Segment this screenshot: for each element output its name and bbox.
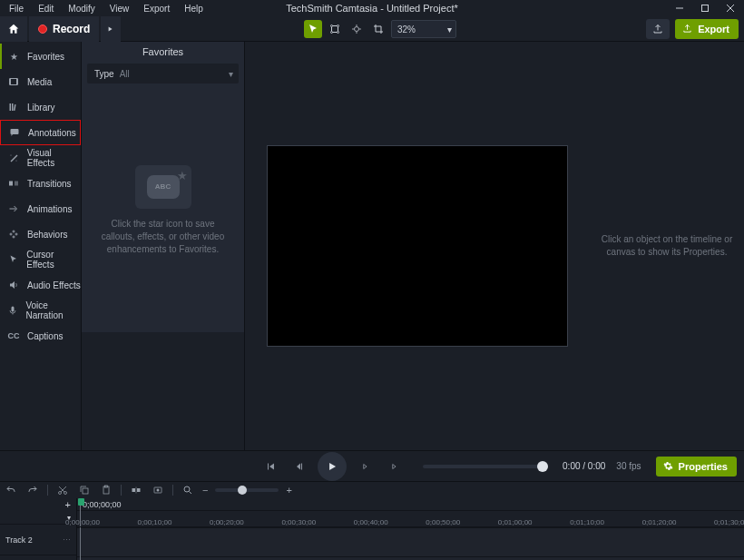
menu-modify[interactable]: Modify [61, 2, 102, 15]
timeline-content[interactable]: 0;00;00;00 0;00;00;000;00;10;000;00;20;0… [77, 498, 744, 560]
cursor-icon [7, 253, 19, 266]
sidebar-item-visual-effects[interactable]: Visual Effects [0, 145, 81, 171]
crop-tool[interactable] [369, 20, 387, 38]
timeline-zoom-slider[interactable] [215, 488, 279, 492]
svg-rect-17 [9, 182, 13, 186]
window-minimize[interactable] [668, 0, 691, 16]
paste-button[interactable] [99, 483, 113, 497]
properties-button[interactable]: Properties [656, 457, 737, 476]
svg-rect-8 [10, 79, 18, 85]
prev-frame-button[interactable] [259, 456, 281, 477]
seek-handle[interactable] [537, 461, 548, 472]
track-header-2[interactable]: Track 2 ⋯ [0, 524, 76, 555]
audio-icon [7, 279, 20, 291]
record-label: Record [53, 23, 90, 35]
svg-point-15 [10, 155, 11, 156]
canvas[interactable] [267, 145, 568, 347]
playhead-time: 0;00;00;00 [83, 500, 122, 509]
panel-empty-state: ABC ★ Click the star icon to save callou… [82, 89, 244, 332]
home-button[interactable] [0, 16, 27, 42]
sidebar-item-transitions[interactable]: Transitions [0, 171, 81, 196]
star-icon: ★ [177, 168, 188, 184]
wand-icon [7, 152, 20, 164]
ruler-label: 0;00;30;00 [281, 518, 316, 526]
toolbar: Record 32% ▾ Export [0, 16, 744, 42]
pan-tool[interactable] [348, 20, 366, 38]
sidebar-item-label: Behaviors [27, 230, 67, 240]
track-options-icon[interactable]: ⋯ [63, 535, 71, 545]
sidebar-item-favorites[interactable]: ★ Favorites [0, 44, 81, 69]
svg-point-21 [15, 233, 17, 235]
sidebar-item-cursor-effects[interactable]: Cursor Effects [0, 247, 81, 272]
menu-help[interactable]: Help [177, 2, 210, 15]
add-track-button[interactable]: + [0, 498, 76, 511]
copy-button[interactable] [77, 483, 92, 497]
sidebar-item-annotations[interactable]: Annotations [0, 120, 81, 145]
svg-point-19 [10, 233, 12, 235]
cut-button[interactable] [55, 483, 70, 497]
select-tool[interactable] [304, 20, 322, 38]
split-button[interactable] [129, 483, 143, 497]
sidebar-item-animations[interactable]: Animations [0, 196, 81, 221]
svg-rect-28 [105, 486, 108, 487]
menu-file[interactable]: File [2, 2, 31, 15]
menu-edit[interactable]: Edit [31, 2, 61, 15]
type-filter-dropdown[interactable]: Type All ▾ [87, 64, 239, 84]
sidebar-item-media[interactable]: Media [0, 69, 81, 94]
share-button[interactable] [646, 19, 670, 39]
export-button[interactable]: Export [675, 19, 739, 39]
ruler-label: 0;00;10;00 [138, 518, 172, 526]
step-fwd-button[interactable] [354, 456, 376, 477]
seek-slider[interactable] [423, 465, 548, 468]
svg-rect-18 [15, 182, 18, 186]
fps-label: 30 fps [616, 461, 641, 471]
canvas-area [245, 42, 590, 450]
sidebar-item-voice-narration[interactable]: Voice Narration [0, 298, 81, 323]
window-close[interactable] [719, 0, 742, 16]
svg-rect-26 [83, 488, 88, 494]
properties-hint: Click an object on the timeline or canva… [590, 42, 744, 450]
svg-rect-12 [12, 103, 14, 111]
zoom-dropdown[interactable]: 32% ▾ [391, 20, 456, 38]
next-frame-button[interactable] [383, 456, 405, 477]
record-dropdown[interactable] [101, 16, 121, 42]
track-header-1[interactable]: Track 1 ⋯ [0, 555, 76, 560]
sidebar-item-behaviors[interactable]: Behaviors [0, 221, 81, 247]
sidebar-item-label: Library [27, 103, 55, 113]
redo-button[interactable] [25, 483, 40, 497]
favorite-placeholder-icon: ABC ★ [135, 165, 191, 209]
svg-point-16 [15, 161, 16, 162]
panel-bottom-spacer [82, 332, 244, 450]
ruler-label: 0;01;30;00 [714, 518, 744, 526]
timeline: − + + ▾ Track 2 ⋯ Track 1 ⋯ 0;00;00;00 0… [0, 481, 744, 560]
sidebar-item-library[interactable]: Library [0, 94, 81, 120]
sidebar-item-label: Annotations [28, 128, 76, 138]
svg-rect-9 [10, 79, 12, 85]
star-icon: ★ [7, 50, 20, 63]
window-maximize[interactable] [693, 0, 717, 16]
undo-button[interactable] [4, 483, 18, 497]
svg-rect-30 [137, 488, 141, 492]
track-2-lane[interactable] [77, 527, 744, 556]
svg-point-7 [338, 32, 339, 34]
timeline-ruler[interactable]: 0;00;00;000;00;10;000;00;20;000;00;30;00… [77, 511, 744, 527]
marker-button[interactable] [151, 483, 165, 497]
svg-point-34 [184, 486, 190, 492]
sidebar-item-label: Visual Effects [27, 148, 81, 168]
playhead[interactable] [80, 498, 81, 560]
zoom-out-button[interactable] [181, 483, 195, 497]
sidebar-item-audio-effects[interactable]: Audio Effects [0, 272, 81, 298]
track-1-lane[interactable] [77, 556, 744, 560]
ruler-label: 0;01;00;00 [498, 518, 533, 526]
sidebar-item-captions[interactable]: CC Captions [0, 323, 81, 349]
playback-bar: 0:00 / 0:00 30 fps Properties [0, 450, 744, 481]
transform-tool[interactable] [326, 20, 344, 38]
play-button[interactable] [318, 452, 347, 481]
menu-view[interactable]: View [103, 2, 137, 15]
menu-export[interactable]: Export [136, 2, 177, 15]
svg-point-33 [157, 489, 160, 492]
favorites-panel: Favorites Type All ▾ ABC ★ Click the sta… [82, 42, 245, 450]
record-button[interactable]: Record [29, 16, 99, 42]
timecode: 0:00 / 0:00 [563, 461, 605, 471]
step-back-button[interactable] [289, 456, 310, 477]
